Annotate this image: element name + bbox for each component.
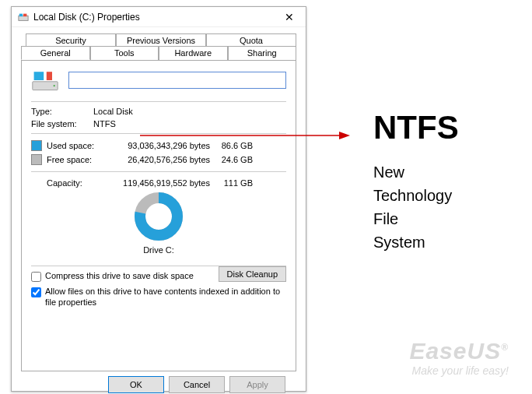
watermark-brand: EaseUS: [409, 338, 501, 364]
filesystem-row: File system: NTFS: [31, 119, 286, 128]
capacity-bytes: 119,456,919,552 bytes: [110, 178, 210, 188]
tab-general[interactable]: General: [21, 46, 90, 60]
used-space-row: Used space: 93,036,343,296 bytes 86.6 GB: [31, 139, 286, 153]
drive-caption: Drive C:: [31, 245, 286, 255]
annotation-line-0: New: [373, 160, 459, 184]
tab-sharing[interactable]: Sharing: [228, 46, 297, 60]
separator: [31, 171, 286, 172]
filesystem-value: NTFS: [93, 119, 116, 128]
svg-rect-4: [34, 72, 44, 80]
index-option[interactable]: Allow files on this drive to have conten…: [31, 287, 286, 308]
separator: [31, 133, 286, 134]
used-space-bytes: 93,036,343,296 bytes: [110, 141, 210, 150]
used-space-label: Used space:: [47, 141, 110, 150]
registered-icon: ®: [501, 342, 509, 353]
index-checkbox[interactable]: [31, 287, 41, 297]
type-label: Type:: [31, 107, 93, 116]
compress-checkbox[interactable]: [31, 272, 41, 282]
tab-row-back: Security Previous Versions Quota: [26, 33, 296, 47]
svg-rect-0: [19, 16, 28, 20]
separator: [31, 101, 286, 102]
disk-cleanup-button[interactable]: Disk Cleanup: [219, 266, 286, 282]
titlebar: Local Disk (C:) Properties ✕: [12, 7, 306, 27]
index-label: Allow files on this drive to have conten…: [45, 287, 286, 308]
cancel-button[interactable]: Cancel: [169, 376, 225, 393]
svg-rect-1: [19, 13, 23, 16]
tab-row-front: General Tools Hardware Sharing: [21, 46, 296, 60]
volume-label-input[interactable]: [68, 72, 286, 89]
drive-icon-small: [18, 12, 29, 23]
apply-button[interactable]: Apply: [229, 376, 285, 393]
annotation-line-3: System: [373, 230, 459, 254]
free-space-hr: 24.6 GB: [210, 155, 253, 164]
svg-point-6: [54, 85, 55, 86]
tab-hardware[interactable]: Hardware: [159, 46, 228, 60]
window-title: Local Disk (C:) Properties: [33, 12, 276, 23]
free-space-bytes: 26,420,576,256 bytes: [110, 155, 210, 164]
capacity-hr: 111 GB: [210, 178, 253, 188]
svg-marker-10: [339, 132, 350, 139]
capacity-label: Capacity:: [47, 178, 110, 188]
tab-panel-general: Type: Local Disk File system: NTFS Used …: [21, 60, 296, 371]
close-button[interactable]: ✕: [276, 9, 303, 26]
svg-rect-2: [23, 13, 26, 16]
annotation-line-1: Technology: [373, 184, 459, 207]
free-space-row: Free space: 26,420,576,256 bytes 24.6 GB: [31, 153, 286, 167]
annotation-callout: NTFS New Technology File System: [373, 109, 459, 254]
tab-previous-versions[interactable]: Previous Versions: [116, 33, 206, 47]
tab-quota[interactable]: Quota: [206, 33, 296, 47]
watermark: EaseUS® Make your life easy!: [409, 338, 509, 377]
annotation-line-2: File: [373, 207, 459, 230]
usage-chart: Drive C:: [31, 189, 286, 255]
capacity-row: Capacity: 119,456,919,552 bytes 111 GB: [31, 177, 286, 188]
annotation-heading: NTFS: [373, 109, 459, 146]
type-row: Type: Local Disk: [31, 107, 286, 116]
type-value: Local Disk: [93, 107, 133, 116]
free-space-label: Free space:: [47, 155, 110, 164]
watermark-slogan: Make your life easy!: [409, 364, 509, 377]
properties-dialog: Local Disk (C:) Properties ✕ Security Pr…: [11, 6, 306, 392]
free-swatch-icon: [31, 154, 42, 165]
svg-rect-5: [47, 72, 52, 80]
used-space-hr: 86.6 GB: [210, 141, 253, 150]
dialog-footer: OK Cancel Apply: [21, 371, 296, 393]
tab-tools[interactable]: Tools: [90, 46, 159, 60]
used-swatch-icon: [31, 140, 42, 151]
drive-icon: [31, 69, 59, 92]
tab-security[interactable]: Security: [26, 33, 116, 47]
ok-button[interactable]: OK: [108, 376, 164, 393]
filesystem-label: File system:: [31, 119, 93, 128]
